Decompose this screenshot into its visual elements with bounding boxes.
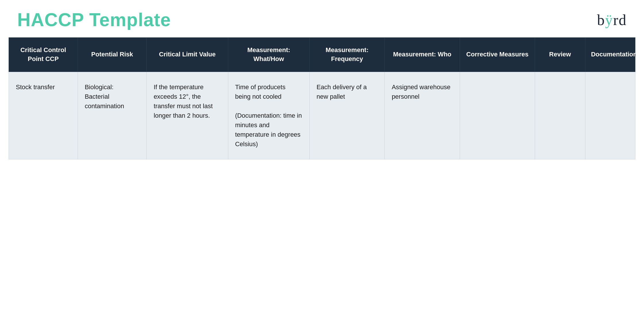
table-wrapper: Critical Control Point CCP Potential Ris… (0, 37, 644, 171)
col-header-who: Measurement: Who (385, 38, 460, 72)
cell-ccp: Stock transfer (9, 72, 78, 159)
col-header-frequency: Measurement: Frequency (309, 38, 384, 72)
cell-corrective (460, 72, 535, 159)
cell-what: Time of producets being not cooled(Docum… (228, 72, 309, 159)
table-header-row: Critical Control Point CCP Potential Ris… (9, 38, 635, 72)
col-header-review: Review (535, 38, 585, 72)
cell-documentation (585, 72, 635, 159)
header: HACCP Template bÿrd (0, 0, 644, 37)
col-header-risk: Potential Risk (78, 38, 147, 72)
haccp-table: Critical Control Point CCP Potential Ris… (9, 37, 635, 159)
page: HACCP Template bÿrd Critical Control Poi… (0, 0, 644, 324)
logo: bÿrd (597, 12, 627, 28)
col-header-what: Measurement: What/How (228, 38, 309, 72)
page-title: HACCP Template (17, 9, 171, 31)
table-row: Stock transfer Biological: Bacterial con… (9, 72, 635, 159)
col-header-corrective: Corrective Measures (460, 38, 535, 72)
col-header-limit: Critical Limit Value (147, 38, 228, 72)
col-header-ccp: Critical Control Point CCP (9, 38, 78, 72)
col-header-documentation: Documentation (585, 38, 635, 72)
cell-who: Assigned warehouse personnel (385, 72, 460, 159)
cell-risk: Biological: Bacterial contamination (78, 72, 147, 159)
logo-text: bÿrd (597, 12, 627, 28)
cell-limit: If the temperature exceeds 12°, the tran… (147, 72, 228, 159)
cell-frequency: Each delivery of a new pallet (309, 72, 384, 159)
cell-review (535, 72, 585, 159)
